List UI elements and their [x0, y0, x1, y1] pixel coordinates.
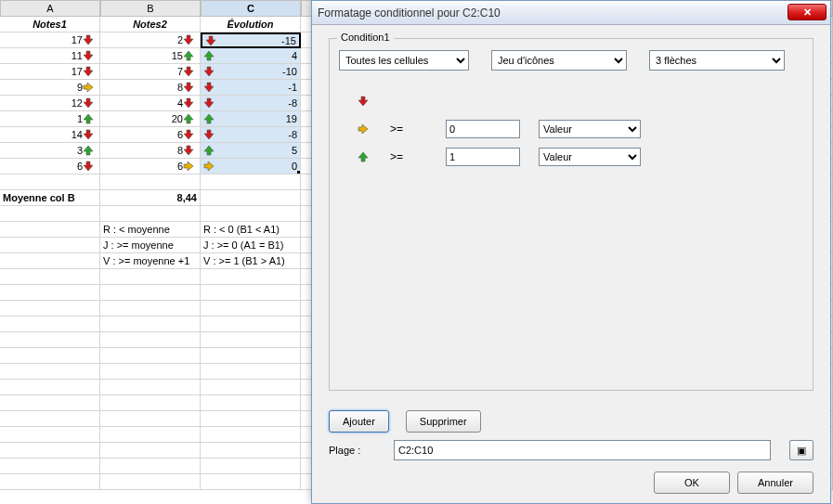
cell-C10[interactable]: 0: [201, 159, 301, 174]
cell-empty[interactable]: [201, 459, 301, 474]
shrink-button[interactable]: ▣: [789, 440, 813, 460]
cell-A6[interactable]: 12: [0, 96, 100, 111]
style-select[interactable]: Jeu d'icônes: [491, 50, 627, 71]
cell-empty[interactable]: [100, 411, 201, 427]
rule-type-select[interactable]: Valeur: [539, 148, 641, 166]
cell-B7[interactable]: 20: [100, 111, 201, 127]
cell-empty[interactable]: [0, 443, 100, 459]
cell-empty[interactable]: [100, 317, 201, 332]
colhead-C[interactable]: C: [201, 0, 301, 17]
cell-empty[interactable]: [201, 317, 301, 332]
cancel-button[interactable]: Annuler: [737, 472, 813, 494]
cell-A7[interactable]: 1: [0, 111, 100, 127]
header-notes1[interactable]: Notes1: [0, 17, 100, 32]
close-button[interactable]: ✕: [787, 4, 826, 20]
cell-A10[interactable]: 6: [0, 159, 100, 174]
cell-A9[interactable]: 3: [0, 143, 100, 159]
cell-empty[interactable]: [0, 332, 100, 348]
cell-C3[interactable]: 4: [201, 48, 301, 64]
cell-empty[interactable]: [100, 174, 201, 190]
cell-B2[interactable]: 2: [100, 32, 201, 48]
legend-C0[interactable]: R : < 0 (B1 < A1): [201, 222, 301, 238]
cell-empty[interactable]: [201, 285, 301, 301]
cell-empty[interactable]: [201, 332, 301, 348]
add-button[interactable]: Ajouter: [329, 410, 389, 433]
cell-C6[interactable]: -8: [201, 96, 301, 111]
cell-empty[interactable]: [201, 380, 301, 395]
cell-empty[interactable]: [201, 190, 301, 206]
cell-B8[interactable]: 6: [100, 127, 201, 143]
cell-empty[interactable]: [100, 380, 201, 395]
summary-value-cell[interactable]: 8,44: [100, 190, 201, 206]
cell-A3[interactable]: 11: [0, 48, 100, 64]
cell-empty[interactable]: [201, 348, 301, 364]
legend-B2[interactable]: V : >= moyenne +1: [100, 253, 201, 269]
cell-empty[interactable]: [201, 474, 301, 490]
colhead-B[interactable]: B: [100, 0, 201, 17]
ok-button[interactable]: OK: [654, 472, 730, 494]
cell-empty[interactable]: [201, 206, 301, 222]
cell-C8[interactable]: -8: [201, 127, 301, 143]
cell-A4[interactable]: 17: [0, 64, 100, 80]
cell-empty[interactable]: [100, 443, 201, 459]
cell-B10[interactable]: 6: [100, 159, 201, 174]
header-evolution[interactable]: Évolution: [201, 17, 301, 32]
cell-empty[interactable]: [201, 395, 301, 411]
legend-C2[interactable]: V : >= 1 (B1 > A1): [201, 253, 301, 269]
delete-button[interactable]: Supprimer: [406, 410, 481, 433]
legend-B1[interactable]: J : >= moyenne: [100, 238, 201, 253]
iconset-select[interactable]: 3 flèches: [649, 50, 785, 71]
cell-empty[interactable]: [100, 364, 201, 380]
cell-B6[interactable]: 4: [100, 96, 201, 111]
cell-C9[interactable]: 5: [201, 143, 301, 159]
cell-empty[interactable]: [201, 364, 301, 380]
cell-empty[interactable]: [100, 269, 201, 285]
cell-A2[interactable]: 17: [0, 32, 100, 48]
rule-value-input[interactable]: [446, 148, 520, 166]
rule-type-select[interactable]: Valeur: [539, 120, 641, 138]
cell-C2[interactable]: -15: [201, 32, 301, 48]
cell-A8[interactable]: 14: [0, 127, 100, 143]
cell-empty[interactable]: [0, 317, 100, 332]
summary-label-cell[interactable]: Moyenne col B: [0, 190, 100, 206]
cell-empty[interactable]: [100, 459, 201, 474]
cell-empty[interactable]: [0, 459, 100, 474]
cell-A5[interactable]: 9: [0, 80, 100, 96]
cell-empty[interactable]: [100, 332, 201, 348]
cell-empty[interactable]: [201, 427, 301, 443]
cell-empty[interactable]: [100, 427, 201, 443]
dialog-titlebar[interactable]: Formatage conditionnel pour C2:C10 ✕: [312, 1, 830, 25]
cell-empty[interactable]: [201, 411, 301, 427]
cell-empty[interactable]: [0, 206, 100, 222]
header-notes2[interactable]: Notes2: [100, 17, 201, 32]
cell-C4[interactable]: -10: [201, 64, 301, 80]
cell-empty[interactable]: [0, 253, 100, 269]
cell-empty[interactable]: [201, 174, 301, 190]
cell-empty[interactable]: [100, 348, 201, 364]
legend-C1[interactable]: J : >= 0 (A1 = B1): [201, 238, 301, 253]
legend-B0[interactable]: R : < moyenne: [100, 222, 201, 238]
cell-empty[interactable]: [0, 301, 100, 317]
cell-B9[interactable]: 8: [100, 143, 201, 159]
cell-empty[interactable]: [0, 474, 100, 490]
cell-empty[interactable]: [100, 395, 201, 411]
cell-empty[interactable]: [100, 206, 201, 222]
cell-empty[interactable]: [0, 395, 100, 411]
cell-empty[interactable]: [0, 174, 100, 190]
cell-empty[interactable]: [0, 411, 100, 427]
scope-select[interactable]: Toutes les cellules: [339, 50, 469, 71]
cell-empty[interactable]: [201, 443, 301, 459]
cell-empty[interactable]: [100, 301, 201, 317]
rule-value-input[interactable]: [446, 120, 520, 138]
cell-C5[interactable]: -1: [201, 80, 301, 96]
cell-B4[interactable]: 7: [100, 64, 201, 80]
cell-empty[interactable]: [201, 269, 301, 285]
cell-B5[interactable]: 8: [100, 80, 201, 96]
cell-empty[interactable]: [0, 285, 100, 301]
cell-empty[interactable]: [0, 427, 100, 443]
cell-empty[interactable]: [0, 222, 100, 238]
cell-B3[interactable]: 15: [100, 48, 201, 64]
cell-empty[interactable]: [0, 364, 100, 380]
cell-C7[interactable]: 19: [201, 111, 301, 127]
colhead-A[interactable]: A: [0, 0, 100, 17]
